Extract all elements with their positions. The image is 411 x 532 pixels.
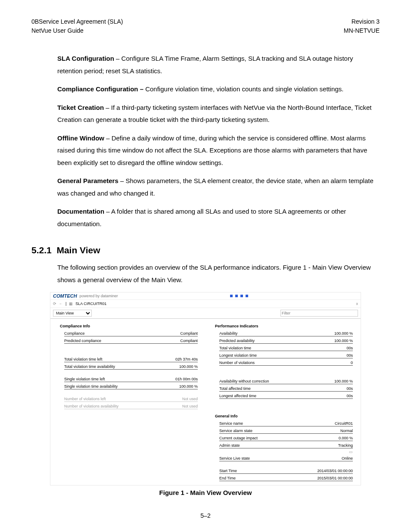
row-service-live-state: Service Live stateOnline — [219, 455, 353, 461]
breadcrumb-title: SLA CIRCUITR01 — [75, 302, 106, 306]
status-dot-icon — [235, 295, 238, 297]
sla-icon: ▦ — [69, 302, 73, 306]
refresh-icon[interactable]: ⟳ — [53, 302, 56, 306]
para-documentation: Documentation – A folder that is shared … — [57, 205, 380, 230]
row-start-time: Start Time2014/03/01 00:00:00 — [219, 468, 353, 474]
row-service-name: Service nameCircuitR01 — [219, 420, 353, 426]
filter-input[interactable] — [280, 310, 358, 317]
header-right-1: Revision 3 — [344, 17, 380, 26]
row-admin-state: Admin stateTracking — [219, 442, 353, 448]
row-longest-violation-time: Longest violation time00s — [219, 352, 353, 358]
back-icon[interactable]: ← — [59, 302, 63, 306]
section-intro: The following section provides an overvi… — [57, 261, 380, 286]
page-number: 5–2 — [0, 512, 411, 519]
row-predicted-availability: Predicted availability100.000 % — [219, 338, 353, 344]
row-number-violations-left: Number of violations leftNot used — [64, 396, 198, 402]
brand-logo: COMTECH — [53, 293, 77, 299]
general-info-header: General Info — [215, 414, 353, 418]
row-longest-affected-time: Longest affected time00s — [219, 393, 353, 399]
status-dot-icon — [230, 295, 233, 297]
row-number-of-violations: Number of violations0 — [219, 360, 353, 366]
admin-state-toggle-icon[interactable]: ▭ — [219, 450, 353, 454]
status-dot-icon — [246, 295, 248, 297]
para-general-parameters: General Parameters – Shows parameters, t… — [57, 175, 380, 199]
row-single-violation-time-left: Single violation time left01h 00m 00s — [64, 376, 198, 382]
row-total-violation-time: Total violation time00s — [219, 345, 353, 351]
row-current-outage-impact: Current outage impact0.000 % — [219, 435, 353, 441]
powered-by: powered by dataminer — [80, 294, 118, 298]
para-compliance-configuration: Compliance Configuration – Configure vio… — [57, 83, 380, 96]
row-total-violation-time-left: Total violation time left02h 37m 40s — [64, 356, 198, 362]
row-availability-without-correction: Availability without correction100.000 % — [219, 378, 353, 384]
para-offline-window: Offline Window – Define a daily window o… — [57, 132, 380, 169]
header-right-2: MN-NETVUE — [344, 26, 380, 35]
header-left-1: 0BService Level Agreement (SLA) — [31, 17, 123, 26]
compliance-info-header: Compliance Info — [60, 324, 198, 328]
row-availability: Availability100.000 % — [219, 330, 353, 336]
row-total-affected-time: Total affected time00s — [219, 386, 353, 392]
header-left-2: NetVue User Guide — [31, 26, 123, 35]
page-header: 0BService Level Agreement (SLA) NetVue U… — [31, 17, 380, 35]
performance-indicators-header: Performance Indicators — [215, 324, 353, 328]
row-single-violation-time-availability: Single violation time availability100.00… — [64, 383, 198, 389]
row-number-violations-availability: Number of violations availabilityNot use… — [64, 403, 198, 409]
status-dot-icon — [240, 295, 243, 297]
section-heading: 5.2.1 Main View — [31, 245, 380, 255]
row-service-alarm-state: Service alarm stateNormal — [219, 428, 353, 434]
view-select[interactable]: Main View — [53, 310, 92, 317]
row-end-time: End Time2015/03/01 00:00:00 — [219, 475, 353, 481]
row-predicted-compliance: Predicted complianceCompliant — [64, 338, 198, 344]
para-ticket-creation: Ticket Creation – If a third-party ticke… — [57, 102, 380, 126]
row-total-violation-time-availability: Total violation time availability100.000… — [64, 364, 198, 370]
figure-caption: Figure 1 - Main View Overview — [31, 489, 380, 496]
close-icon[interactable]: x — [356, 302, 358, 306]
para-sla-configuration: SLA Configuration – Configure SLA Time F… — [57, 53, 380, 77]
row-compliance: ComplianceCompliant — [64, 330, 198, 336]
figure-main-view: COMTECH powered by dataminer ⟳ ← | ▦ SLA… — [50, 292, 361, 485]
